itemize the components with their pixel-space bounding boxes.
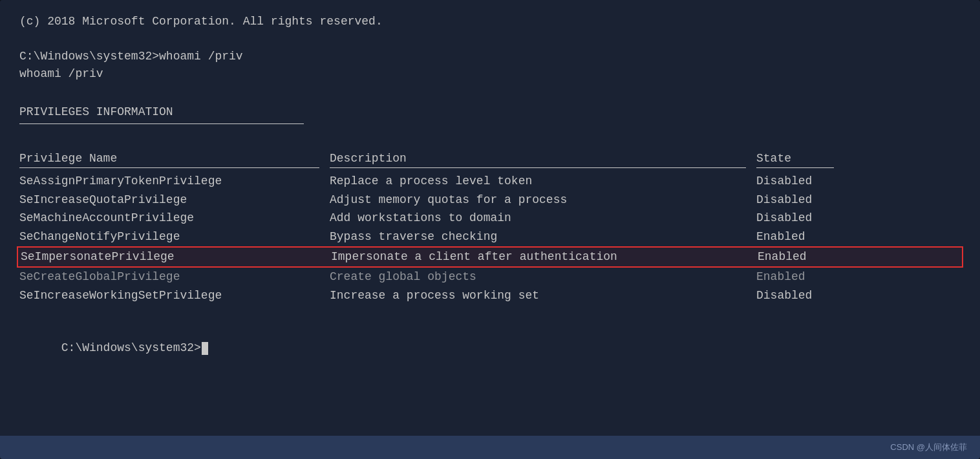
privilege-state: Enabled [756, 228, 961, 246]
col-div-desc [330, 167, 746, 168]
section-divider [19, 123, 304, 124]
table-row: SeCreateGlobalPrivilegeCreate global obj… [19, 268, 961, 286]
terminal-cursor [202, 342, 208, 355]
table-row: SeChangeNotifyPrivilegeBypass traverse c… [19, 228, 961, 246]
privilege-name: SeCreateGlobalPrivilege [19, 268, 330, 286]
section-title: PRIVILEGES INFORMATION [19, 103, 961, 121]
terminal-content: (c) 2018 Microsoft Corporation. All righ… [0, 0, 980, 436]
table-column-dividers [19, 167, 961, 168]
privilege-description: Impersonate a client after authenticatio… [331, 248, 758, 266]
prompt-text: C:\Windows\system32> [61, 341, 201, 354]
table-row: SeAssignPrimaryTokenPrivilegeReplace a p… [19, 172, 961, 191]
copyright-line: (c) 2018 Microsoft Corporation. All righ… [19, 13, 961, 30]
privilege-description: Create global objects [330, 268, 756, 286]
privilege-name: SeChangeNotifyPrivilege [19, 228, 330, 246]
privilege-description: Replace a process level token [330, 172, 756, 191]
watermark: CSDN @人间体佐菲 [890, 442, 967, 453]
privilege-description: Bypass traverse checking [330, 228, 756, 246]
privilege-state: Disabled [756, 191, 961, 209]
command-prompt: C:\Windows\system32>whoami /priv [19, 48, 961, 65]
col-div-name [19, 167, 319, 168]
terminal-window: (c) 2018 Microsoft Corporation. All righ… [0, 0, 980, 459]
col-header-privilege: Privilege Name [19, 150, 330, 167]
col-header-state: State [756, 150, 961, 167]
final-prompt: C:\Windows\system32> [19, 322, 961, 374]
privilege-state: Enabled [758, 248, 962, 266]
privilege-description: Add workstations to domain [330, 209, 756, 228]
privilege-description: Adjust memory quotas for a process [330, 191, 756, 209]
privilege-description: Increase a process working set [330, 286, 756, 305]
command-echo: whoami /priv [19, 65, 961, 83]
table-row: SeIncreaseQuotaPrivilegeAdjust memory qu… [19, 191, 961, 209]
col-div-state [756, 167, 834, 168]
privilege-name: SeAssignPrimaryTokenPrivilege [19, 172, 330, 191]
table-row: SeMachineAccountPrivilegeAdd workstation… [19, 209, 961, 228]
table-header: Privilege Name Description State [19, 150, 961, 167]
privilege-state: Enabled [756, 268, 961, 286]
privilege-state: Disabled [756, 209, 961, 228]
privilege-name: SeImpersonatePrivilege [21, 248, 331, 266]
privilege-state: Disabled [756, 172, 961, 191]
privilege-name: SeIncreaseQuotaPrivilege [19, 191, 330, 209]
col-header-description: Description [330, 150, 756, 167]
table-row: SeImpersonatePrivilegeImpersonate a clie… [17, 246, 963, 268]
table-row: SeIncreaseWorkingSetPrivilegeIncrease a … [19, 286, 961, 305]
privilege-name: SeIncreaseWorkingSetPrivilege [19, 286, 330, 305]
privilege-state: Disabled [756, 286, 961, 305]
privilege-table: SeAssignPrimaryTokenPrivilegeReplace a p… [19, 172, 961, 305]
bottom-bar: CSDN @人间体佐菲 [0, 436, 980, 459]
privilege-name: SeMachineAccountPrivilege [19, 209, 330, 228]
